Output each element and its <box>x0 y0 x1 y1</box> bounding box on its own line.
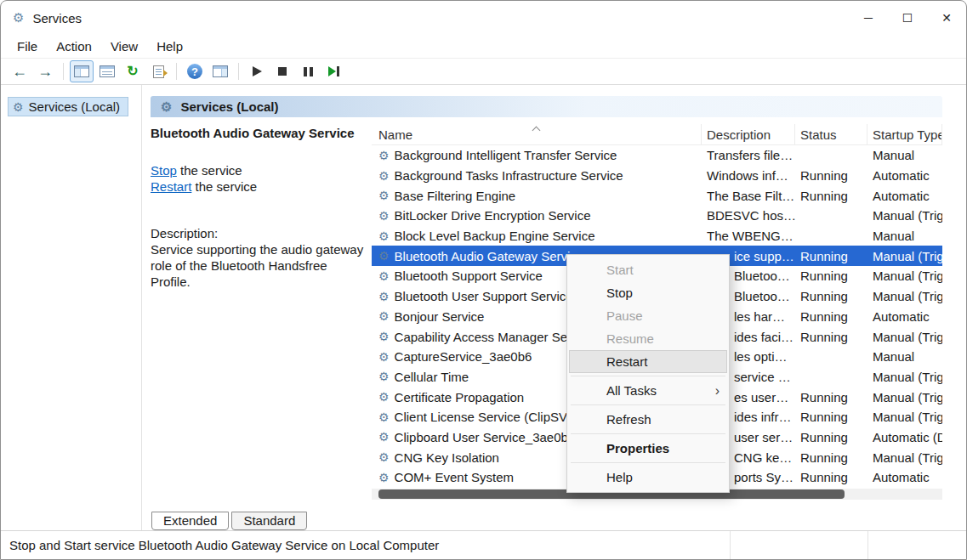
service-startup-type: Manual <box>867 229 942 243</box>
service-gear-icon: ⚙ <box>378 230 390 242</box>
start-service-button[interactable] <box>245 60 269 82</box>
caption-buttons: ─ ☐ ✕ <box>849 1 966 35</box>
view-tabs: ExtendedStandard <box>151 512 942 530</box>
column-header-name[interactable]: Name <box>372 124 702 144</box>
service-row[interactable]: ⚙BitLocker Drive Encryption ServiceBDESV… <box>372 206 942 226</box>
service-status: Running <box>795 470 867 484</box>
service-action-line: Stop the service <box>151 162 365 178</box>
app-gear-icon: ⚙ <box>13 10 24 25</box>
service-gear-icon: ⚙ <box>378 351 390 363</box>
action-suffix: the service <box>191 179 257 194</box>
show-console-tree-icon <box>74 65 89 77</box>
service-status: Running <box>795 390 867 404</box>
service-gear-icon: ⚙ <box>378 331 390 342</box>
service-status: Running <box>795 330 867 344</box>
service-status: Running <box>795 168 867 183</box>
panes: Bluetooth Audio Gateway Service Stop the… <box>151 117 942 504</box>
service-row[interactable]: ⚙Background Intelligent Transfer Service… <box>372 145 942 166</box>
service-name: Bluetooth Audio Gateway Service <box>395 249 584 263</box>
service-actions: Stop the serviceRestart the service <box>151 162 365 195</box>
service-name: Background Tasks Infrastructure Service <box>395 168 623 183</box>
status-cells <box>730 531 966 559</box>
menu-item-label: Help <box>606 466 720 489</box>
service-name: BitLocker Drive Encryption Service <box>395 208 591 223</box>
tree-item-services-local[interactable]: ⚙ Services (Local) <box>8 97 128 116</box>
column-header-description[interactable]: Description <box>702 124 795 144</box>
minimize-button[interactable]: ─ <box>849 1 888 35</box>
restart-service-link[interactable]: Restart <box>151 179 191 194</box>
banner: ⚙ Services (Local) <box>151 96 942 117</box>
help-button[interactable]: ? <box>183 60 207 82</box>
stop-service-button[interactable] <box>270 60 294 82</box>
menu-help[interactable]: Help <box>147 37 192 56</box>
context-menu-item-properties[interactable]: Properties <box>569 437 727 460</box>
menu-separator <box>571 404 725 405</box>
maximize-button[interactable]: ☐ <box>888 1 927 35</box>
service-status: Running <box>795 249 867 263</box>
service-row[interactable]: ⚙Background Tasks Infrastructure Service… <box>372 166 942 186</box>
service-description: The Base Filt… <box>702 189 795 203</box>
service-startup-type: Manual (Trig… <box>867 269 942 283</box>
service-startup-type: Manual (Trig… <box>867 370 942 384</box>
banner-title: Services (Local) <box>180 99 278 114</box>
service-startup-type: Manual <box>867 148 942 162</box>
service-name: Certificate Propagation <box>395 390 525 404</box>
service-row[interactable]: ⚙Block Level Backup Engine ServiceThe WB… <box>372 226 942 246</box>
service-gear-icon: ⚙ <box>378 210 390 222</box>
console-tree: ⚙ Services (Local) <box>1 85 142 530</box>
window-title: Services <box>32 11 82 25</box>
menu-item-label: Resume <box>606 327 720 350</box>
menu-item-label: Restart <box>606 350 720 373</box>
context-menu-item-pause: Pause <box>569 304 727 327</box>
action-pane-button[interactable] <box>208 60 232 82</box>
menu-item-label: Start <box>606 258 720 281</box>
restart-service-button[interactable] <box>321 60 345 82</box>
stop-service-icon <box>278 67 287 76</box>
toolbar-separator <box>238 63 239 80</box>
toolbar-separator <box>63 63 64 80</box>
refresh-button[interactable]: ↻ <box>121 60 145 82</box>
status-cell <box>730 531 867 559</box>
context-menu-item-resume: Resume <box>569 327 727 350</box>
service-row[interactable]: ⚙Base Filtering EngineThe Base Filt…Runn… <box>372 185 942 206</box>
service-startup-type: Manual <box>867 349 942 364</box>
tab-standard[interactable]: Standard <box>231 512 307 530</box>
tab-extended[interactable]: Extended <box>151 512 229 530</box>
context-menu-item-stop[interactable]: Stop <box>569 281 727 304</box>
service-gear-icon: ⚙ <box>378 310 390 322</box>
context-menu-item-help[interactable]: Help <box>569 466 727 489</box>
service-startup-type: Manual (Trig… <box>867 450 942 465</box>
service-name-cell: ⚙Base Filtering Engine <box>372 189 702 203</box>
context-menu-item-all-tasks[interactable]: All Tasks› <box>569 379 727 402</box>
menu-item-label: Refresh <box>606 408 720 431</box>
show-console-tree-button[interactable] <box>70 60 94 82</box>
pause-service-icon <box>304 67 313 76</box>
column-header-status[interactable]: Status <box>795 124 867 144</box>
forward-button[interactable]: → <box>33 60 57 82</box>
service-name-cell: ⚙Block Level Backup Engine Service <box>372 229 702 243</box>
refresh-icon: ↻ <box>127 65 138 78</box>
service-startup-type: Manual (Trig… <box>867 249 942 263</box>
context-menu-item-restart[interactable]: Restart <box>569 350 727 373</box>
back-button[interactable]: ← <box>8 60 31 82</box>
restart-service-icon <box>328 66 339 76</box>
service-startup-type: Manual (Trig… <box>867 390 942 404</box>
pause-service-button[interactable] <box>296 60 320 82</box>
titlebar[interactable]: ⚙ Services ─ ☐ ✕ <box>1 1 966 35</box>
service-name-cell: ⚙BitLocker Drive Encryption Service <box>372 208 702 223</box>
service-action-line: Restart the service <box>151 178 365 195</box>
service-gear-icon: ⚙ <box>378 371 390 382</box>
stop-service-link[interactable]: Stop <box>151 163 177 178</box>
service-description: Windows inf… <box>702 168 795 183</box>
list-header: NameDescriptionStatusStartup Type <box>372 124 942 145</box>
context-menu-item-refresh[interactable]: Refresh <box>569 408 727 431</box>
menu-action[interactable]: Action <box>47 37 101 56</box>
column-header-startup-type[interactable]: Startup Type <box>867 124 942 144</box>
export-list-button[interactable] <box>146 60 170 82</box>
service-name: Block Level Backup Engine Service <box>395 229 595 243</box>
properties-button[interactable] <box>95 60 119 82</box>
menu-view[interactable]: View <box>101 37 147 56</box>
menu-file[interactable]: File <box>8 37 47 56</box>
close-button[interactable]: ✕ <box>927 1 966 35</box>
menu-item-label: Pause <box>606 304 720 327</box>
